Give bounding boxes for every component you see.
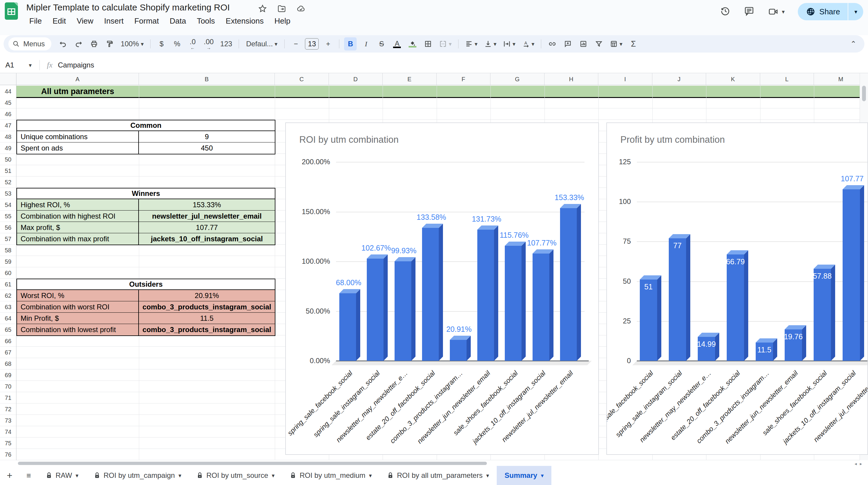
- sheet-tab-roi-by-all-utm-parameters[interactable]: ROI by all utm_parameters▾: [380, 466, 497, 485]
- insert-chart-button[interactable]: [577, 37, 590, 51]
- sheet-tab-menu-caret[interactable]: ▾: [541, 473, 544, 478]
- create-filter-button[interactable]: [593, 37, 605, 51]
- sheet-tab-menu-caret[interactable]: ▾: [272, 473, 275, 478]
- table-cell-label[interactable]: Min Profit, $: [17, 313, 139, 324]
- paint-format-button[interactable]: [103, 37, 116, 51]
- strikethrough-button[interactable]: S: [375, 37, 388, 51]
- column-header-E[interactable]: E: [383, 73, 437, 85]
- row-number-68[interactable]: 68: [0, 358, 16, 369]
- row-number-46[interactable]: 46: [0, 108, 16, 120]
- version-history-icon[interactable]: [720, 6, 731, 18]
- add-sheet-button[interactable]: +: [0, 466, 19, 485]
- column-header-D[interactable]: D: [329, 73, 383, 85]
- table-row[interactable]: Unique combinations9: [17, 131, 275, 142]
- table-row[interactable]: Spent on ads450: [17, 142, 275, 154]
- column-header-A[interactable]: A: [17, 73, 139, 85]
- number-format-button[interactable]: 123: [218, 37, 234, 51]
- row-number-63[interactable]: 63: [0, 301, 16, 313]
- sheet-tab-raw[interactable]: RAW▾: [38, 466, 86, 485]
- table-row[interactable]: Combination with highest ROInewsletter_j…: [17, 211, 275, 222]
- column-header-C[interactable]: C: [275, 73, 329, 85]
- column-header-I[interactable]: I: [598, 73, 652, 85]
- sheet-tab-roi-by-utm-medium[interactable]: ROI by utm_medium▾: [282, 466, 380, 485]
- comments-icon[interactable]: [744, 6, 754, 18]
- row-number-51[interactable]: 51: [0, 165, 16, 176]
- row-number-49[interactable]: 49: [0, 142, 16, 154]
- sheet-tab-summary[interactable]: Summary▾: [497, 466, 551, 485]
- table-cell-value[interactable]: 450: [139, 142, 275, 154]
- share-dropdown[interactable]: ▾: [848, 3, 863, 20]
- table-cell-label[interactable]: Unique combinations: [17, 131, 139, 142]
- table-row[interactable]: Min Profit, $11.5: [17, 313, 275, 324]
- text-color-button[interactable]: A: [391, 37, 403, 51]
- banner-row-all-utm-parameters[interactable]: [17, 86, 860, 97]
- column-header-H[interactable]: H: [545, 73, 598, 85]
- font-size-input[interactable]: 13: [305, 38, 319, 50]
- table-cell-label[interactable]: Highest ROI, %: [17, 199, 139, 210]
- table-header-winners[interactable]: Winners: [17, 189, 275, 199]
- sheet-tab-menu-caret[interactable]: ▾: [178, 473, 181, 478]
- star-icon[interactable]: [258, 4, 267, 14]
- row-number-58[interactable]: 58: [0, 245, 16, 256]
- all-sheets-button[interactable]: ≡: [19, 466, 38, 485]
- menu-tools[interactable]: Tools: [193, 15, 219, 27]
- table-cell-value[interactable]: 20.91%: [139, 290, 275, 301]
- row-number-72[interactable]: 72: [0, 403, 16, 415]
- redo-button[interactable]: [72, 37, 85, 51]
- share-button[interactable]: Share: [798, 3, 848, 20]
- table-cell-value[interactable]: combo_3_products_instagram_social: [139, 301, 275, 312]
- menu-edit[interactable]: Edit: [49, 15, 70, 27]
- print-button[interactable]: [88, 37, 100, 51]
- table-header-outsiders[interactable]: Outsiders: [17, 279, 275, 290]
- sheet-tab-menu-caret[interactable]: ▾: [369, 473, 372, 478]
- increase-font-size-button[interactable]: +: [322, 37, 334, 51]
- row-number-52[interactable]: 52: [0, 176, 16, 188]
- row-number-73[interactable]: 73: [0, 415, 16, 426]
- horizontal-scrollbar[interactable]: ◂▸: [0, 461, 868, 466]
- table-cell-label[interactable]: Combination with lowest profit: [17, 324, 139, 335]
- table-cell-label[interactable]: Worst ROI, %: [17, 290, 139, 301]
- row-number-56[interactable]: 56: [0, 222, 16, 233]
- increase-decimal-button[interactable]: .00→: [202, 37, 215, 51]
- table-cell-label[interactable]: Combination with max profit: [17, 233, 139, 245]
- formula-input[interactable]: Campaigns: [58, 61, 94, 69]
- select-all-corner[interactable]: [0, 73, 17, 85]
- insert-link-button[interactable]: [546, 37, 559, 51]
- row-number-61[interactable]: 61: [0, 279, 16, 290]
- row-number-75[interactable]: 75: [0, 438, 16, 449]
- cloud-saved-icon[interactable]: [296, 4, 306, 14]
- table-row[interactable]: Combination with max profitjackets_10_of…: [17, 233, 275, 245]
- menu-file[interactable]: File: [25, 15, 46, 27]
- meet-video-icon[interactable]: ▾: [768, 6, 785, 17]
- menu-help[interactable]: Help: [270, 15, 294, 27]
- table-cell-label[interactable]: Spent on ads: [17, 142, 139, 154]
- row-number-74[interactable]: 74: [0, 426, 16, 438]
- chart-roi-by-utm-combination[interactable]: ROI by utm combination200.00%150.00%100.…: [285, 123, 599, 455]
- row-number-62[interactable]: 62: [0, 290, 16, 301]
- italic-button[interactable]: I: [360, 37, 372, 51]
- row-number-67[interactable]: 67: [0, 347, 16, 358]
- vertical-align-button[interactable]: ▾: [483, 37, 498, 51]
- table-header-common[interactable]: Common: [17, 120, 275, 131]
- row-number-64[interactable]: 64: [0, 313, 16, 324]
- menu-data[interactable]: Data: [165, 15, 190, 27]
- font-select[interactable]: Defaul...▾: [244, 37, 280, 51]
- decrease-font-size-button[interactable]: −: [289, 37, 302, 51]
- column-header-M[interactable]: M: [814, 73, 860, 85]
- row-number-71[interactable]: 71: [0, 392, 16, 403]
- format-currency-button[interactable]: $: [155, 37, 168, 51]
- table-row[interactable]: Highest ROI, %153.33%: [17, 199, 275, 211]
- menu-format[interactable]: Format: [130, 15, 163, 27]
- text-wrap-button[interactable]: ▾: [501, 37, 517, 51]
- fill-color-button[interactable]: [406, 37, 419, 51]
- table-cell-value[interactable]: 153.33%: [139, 199, 275, 210]
- row-number-76[interactable]: 76: [0, 449, 16, 460]
- table-row[interactable]: Worst ROI, %20.91%: [17, 290, 275, 301]
- name-box[interactable]: A1▾: [0, 61, 35, 69]
- sheets-logo-icon[interactable]: [5, 2, 18, 20]
- vertical-scrollbar-thumb[interactable]: [862, 86, 866, 101]
- zoom-select[interactable]: 100%▾: [119, 37, 146, 51]
- row-number-45[interactable]: 45: [0, 97, 16, 108]
- toolbar-search-menus[interactable]: Menus: [8, 37, 51, 51]
- table-views-button[interactable]: ▾: [608, 37, 624, 51]
